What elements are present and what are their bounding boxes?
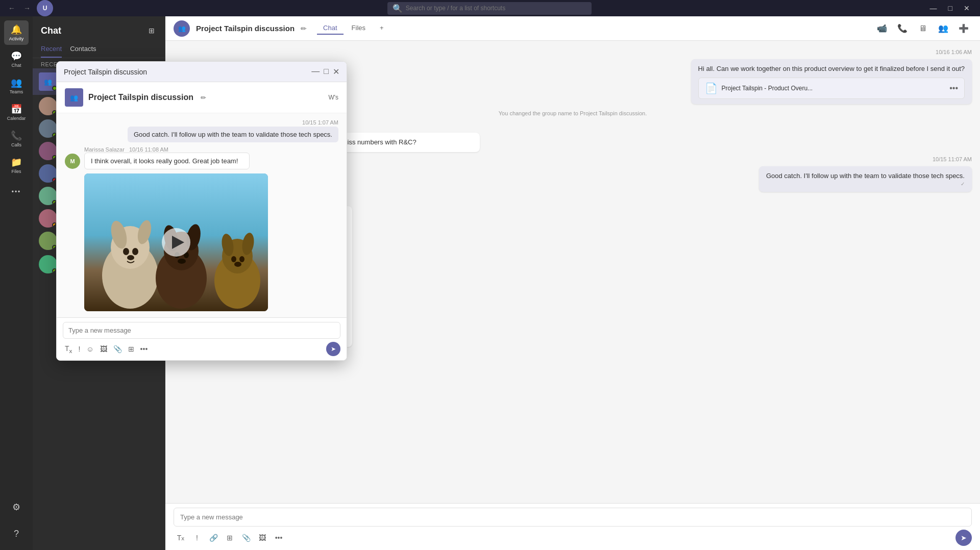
help-icon: ? <box>14 529 19 539</box>
popup-content: 👥 Project Tailspin discussion ✏ W's 10/1… <box>57 82 347 360</box>
table-btn[interactable]: ⊞ <box>223 531 237 545</box>
search-input[interactable] <box>406 5 586 12</box>
popup-chat-name: Project Tailspin discussion <box>88 93 193 102</box>
nav-rail: 🔔 Activity 💬 Chat 👥 Teams 📅 Calendar 📞 C… <box>0 16 33 550</box>
calls-icon: 📞 <box>11 130 22 141</box>
avatar <box>39 142 57 160</box>
forward-btn[interactable]: → <box>21 3 33 13</box>
tab-files[interactable]: Files <box>346 22 372 35</box>
popup-format-btn[interactable]: Tx <box>63 343 74 355</box>
popup-image-btn[interactable]: 🖼 <box>98 344 109 354</box>
nav-item-files[interactable]: 📁 Files <box>4 153 29 178</box>
nav-item-calls[interactable]: 📞 Calls <box>4 127 29 151</box>
avatar-pete <box>39 255 57 273</box>
avatar <box>39 232 57 250</box>
avatar <box>39 209 57 228</box>
attach-btn[interactable]: 📎 <box>239 531 253 545</box>
send-btn[interactable]: ➤ <box>955 530 972 546</box>
read-receipt-icon: ✓ <box>961 181 965 187</box>
popup-chat-header: 👥 Project Tailspin discussion ✏ W's <box>57 82 347 113</box>
calendar-icon: 📅 <box>11 104 22 115</box>
nav-item-activity[interactable]: 🔔 Activity <box>4 20 29 45</box>
nav-label-activity: Activity <box>9 36 24 41</box>
settings-icon: ⚙ <box>12 502 20 513</box>
channel-name: Project Tailspin discussion <box>196 24 295 33</box>
edit-icon[interactable]: ✏ <box>301 24 307 33</box>
popup-msg-2: M Marissa Salazar 10/16 11:08 AM I think… <box>65 146 338 311</box>
popup-avatar-icon: 👥 <box>70 94 78 102</box>
filter-btn[interactable]: ⊞ <box>146 24 157 37</box>
nav-item-teams[interactable]: 👥 Teams <box>4 73 29 98</box>
popup-avatar: 👥 <box>65 88 83 107</box>
popup-loop-btn[interactable]: ⊞ <box>126 344 136 354</box>
svg-point-29 <box>178 259 186 264</box>
popup-emoji-btn[interactable]: ☺ <box>84 344 95 354</box>
popup-edit-icon[interactable]: ✏ <box>201 94 206 102</box>
nav-item-help[interactable]: ? <box>4 521 29 546</box>
popup-msg-1: 10/15 1:07 AM Good catch. I'll follow up… <box>65 119 338 142</box>
popup-msg-text-2: I think overall, it looks really good. G… <box>91 157 238 165</box>
svg-point-35 <box>239 256 244 262</box>
global-search-bar[interactable]: 🔍 <box>387 2 592 15</box>
file-icon: 📄 <box>705 82 718 94</box>
popup-compose-input[interactable] <box>63 322 340 339</box>
popup-video-thumbnail[interactable] <box>84 173 268 311</box>
popup-msg-timestamp-2: 10/16 11:08 AM <box>129 146 168 153</box>
important-btn[interactable]: ! <box>190 531 204 545</box>
popup-minimize-btn[interactable]: — <box>311 67 320 77</box>
maximize-btn[interactable]: □ <box>944 3 957 13</box>
nav-item-settings[interactable]: ⚙ <box>4 495 29 519</box>
user-avatar[interactable]: U <box>37 0 53 16</box>
compose-input[interactable] <box>174 508 972 527</box>
file-menu-btn[interactable]: ••• <box>949 84 958 93</box>
message-bubble-4: Good catch. I'll follow up with the team… <box>759 166 972 191</box>
nav-item-calendar[interactable]: 📅 Calendar <box>4 100 29 124</box>
link-btn[interactable]: 🔗 <box>206 531 220 545</box>
popup-attach-btn[interactable]: 📎 <box>111 344 124 354</box>
minimize-btn[interactable]: — <box>926 3 941 13</box>
popup-members-label: W's <box>328 94 338 101</box>
tab-chat[interactable]: Chat <box>317 22 343 35</box>
popup-important-btn[interactable]: ! <box>76 344 82 354</box>
popup-close-btn[interactable]: ✕ <box>333 67 339 77</box>
image-btn[interactable]: 🖼 <box>255 531 270 545</box>
file-attachment[interactable]: 📄 Project Tailspin - Product Overu... ••… <box>698 78 965 99</box>
more-icon: ••• <box>12 188 21 195</box>
svg-point-22 <box>127 255 134 260</box>
chat-popup: Project Tailspin discussion — □ ✕ 👥 Proj… <box>56 61 347 361</box>
nav-item-chat[interactable]: 💬 Chat <box>4 47 29 71</box>
channel-actions: 📹 📞 🖥 👥 ➕ <box>874 20 972 37</box>
popup-msg-timestamp-1: 10/15 1:07 AM <box>302 119 338 126</box>
back-btn[interactable]: ← <box>6 3 17 13</box>
close-btn[interactable]: ✕ <box>960 3 974 13</box>
popup-more-btn[interactable]: ••• <box>138 344 150 354</box>
popup-msg-bubble-2: I think overall, it looks really good. G… <box>84 153 250 169</box>
popup-compose-toolbar: Tx ! ☺ 🖼 📎 ⊞ ••• ➤ <box>63 339 340 356</box>
nav-label-calendar: Calendar <box>7 116 26 121</box>
sidebar-header: Chat ⊞ <box>33 16 165 41</box>
people-btn[interactable]: 👥 <box>935 20 951 37</box>
sidebar-title: Chat <box>41 26 61 36</box>
popup-compose: Tx ! ☺ 🖼 📎 ⊞ ••• ➤ <box>57 317 347 360</box>
tab-contacts[interactable]: Contacts <box>70 41 96 58</box>
audio-call-btn[interactable]: 📞 <box>894 20 911 37</box>
format-btn[interactable]: Tx <box>174 531 188 545</box>
msg-timestamp-4: 10/15 11:07 AM <box>933 156 972 162</box>
nav-label-teams: Teams <box>10 89 23 94</box>
more-toolbar-btn[interactable]: ••• <box>272 531 286 545</box>
compose-toolbar: Tx ! 🔗 ⊞ 📎 🖼 ••• ➤ <box>174 527 972 546</box>
teams-icon: 👥 <box>11 77 22 88</box>
tab-recent[interactable]: Recent <box>41 41 62 58</box>
popup-expand-btn[interactable]: □ <box>324 67 329 77</box>
popup-header: Project Tailspin discussion — □ ✕ <box>57 62 347 82</box>
tab-add[interactable]: + <box>374 22 390 35</box>
popup-send-btn[interactable]: ➤ <box>326 342 340 356</box>
screen-share-btn[interactable]: 🖥 <box>915 20 931 37</box>
channel-header: 👥 Project Tailspin discussion ✏ Chat Fil… <box>165 16 980 41</box>
popup-title: Project Tailspin discussion <box>64 68 147 76</box>
popup-controls: — □ ✕ <box>311 67 339 77</box>
video-call-btn[interactable]: 📹 <box>874 20 890 37</box>
avatar <box>39 97 57 115</box>
add-tab-btn[interactable]: ➕ <box>955 20 972 37</box>
nav-item-more[interactable]: ••• <box>4 180 29 204</box>
